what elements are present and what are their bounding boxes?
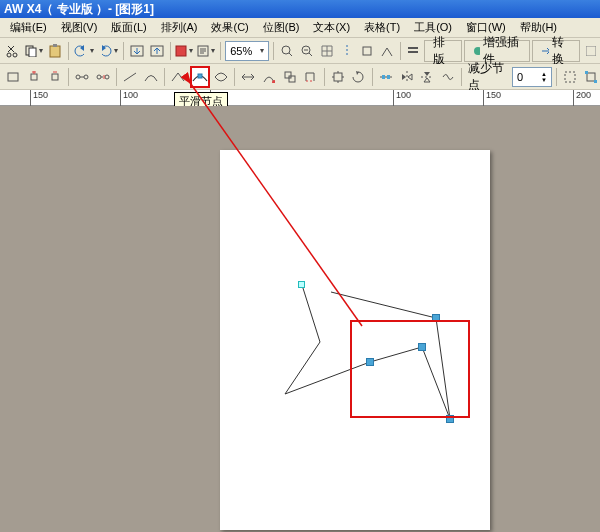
app-title: AW X4（ 专业版 ）- [图形1] [4,2,154,16]
svg-rect-37 [285,72,291,78]
snap-guide-icon[interactable] [338,40,356,62]
ruler-tick: 200 [573,90,591,106]
svg-rect-18 [408,51,418,53]
svg-point-36 [272,80,275,83]
break-nodes-icon[interactable] [93,66,112,88]
path-start-node[interactable] [298,281,305,288]
menu-layout[interactable]: 版面(L) [105,18,152,37]
svg-rect-9 [198,46,208,56]
titlebar: AW X4（ 专业版 ）- [图形1] [0,0,600,18]
dropdown-icon: ▾ [260,46,264,55]
ruler-tick: 100 [393,90,411,106]
layout-plugin-button[interactable]: 排版 [424,40,461,62]
export-icon[interactable] [148,40,166,62]
remove-node-icon[interactable] [45,66,64,88]
close-curve-icon[interactable] [301,66,320,88]
svg-line-11 [289,53,292,56]
svg-rect-48 [585,71,588,74]
svg-rect-49 [594,80,597,83]
zoom-level[interactable]: 65% ▾ [225,41,269,61]
menu-effects[interactable]: 效果(C) [205,18,254,37]
copy-icon[interactable] [24,40,44,62]
extract-subpath-icon[interactable] [280,66,299,88]
separator [116,68,117,86]
elastic-mode-icon[interactable] [439,66,458,88]
separator [234,68,235,86]
curve-segment-icon[interactable] [142,66,161,88]
close-extra-icon[interactable] [582,40,600,62]
import-icon[interactable] [128,40,146,62]
svg-rect-46 [565,72,575,82]
toolbar-property: 减少节点 0 ▲ ▼ [0,64,600,90]
svg-rect-8 [176,46,186,56]
zoom-in-icon[interactable] [278,40,296,62]
menu-arrange[interactable]: 排列(A) [155,18,204,37]
menu-text[interactable]: 文本(X) [307,18,356,37]
zoom-out-icon[interactable] [298,40,316,62]
welcome-icon[interactable] [196,40,216,62]
cut-icon[interactable] [4,40,22,62]
extend-curve-icon[interactable] [260,66,279,88]
spinner-down-icon[interactable]: ▼ [541,77,547,83]
reduce-nodes-spinner[interactable]: 0 ▲ ▼ [512,67,552,87]
undo-icon[interactable] [73,40,95,62]
symmetric-node-icon[interactable] [212,66,231,88]
svg-rect-42 [382,75,385,79]
line-segment-icon[interactable] [121,66,140,88]
select-all-nodes-icon[interactable] [561,66,580,88]
svg-rect-16 [363,47,371,55]
svg-rect-6 [131,46,143,56]
cusp-node-icon[interactable] [169,66,188,88]
options-icon[interactable] [404,40,422,62]
svg-rect-7 [151,46,163,56]
snap-object-icon[interactable] [358,40,376,62]
svg-point-10 [282,46,290,54]
reflect-h-icon[interactable] [397,66,416,88]
svg-point-1 [13,53,17,57]
reflect-v-icon[interactable] [418,66,437,88]
svg-point-12 [302,46,310,54]
ruler-horizontal: 150 100 50 100 150 200 [0,90,600,106]
reduce-nodes-value: 0 [517,71,523,83]
svg-rect-43 [387,75,390,79]
menu-bitmap[interactable]: 位图(B) [257,18,306,37]
rotate-nodes-icon[interactable] [349,66,368,88]
svg-line-13 [309,53,312,56]
convert-button[interactable]: 转换 [532,40,580,62]
launcher-icon[interactable] [174,40,194,62]
canvas-workspace[interactable] [0,106,600,532]
svg-point-31 [105,75,109,79]
svg-rect-40 [334,73,342,81]
svg-rect-21 [8,73,18,81]
svg-rect-4 [50,46,60,57]
redo-icon[interactable] [97,40,119,62]
ruler-tick: 100 [120,90,138,106]
svg-rect-5 [53,44,57,47]
stretch-nodes-icon[interactable] [328,66,347,88]
svg-rect-35 [198,74,202,78]
separator [170,42,171,60]
smooth-node-button[interactable] [190,66,210,88]
svg-rect-20 [586,46,596,56]
add-node-icon[interactable] [25,66,44,88]
separator [372,68,373,86]
shape-rect-icon[interactable] [4,66,23,88]
separator [273,42,274,60]
separator [461,68,462,86]
reverse-dir-icon[interactable] [239,66,258,88]
svg-point-28 [84,75,88,79]
paste-icon[interactable] [46,40,64,62]
align-nodes-icon[interactable] [377,66,396,88]
menu-table[interactable]: 表格(T) [358,18,406,37]
separator [68,68,69,86]
menu-edit[interactable]: 编辑(E) [4,18,53,37]
snap-dynamic-icon[interactable] [378,40,396,62]
bbox-icon[interactable] [581,66,600,88]
snap-grid-icon[interactable] [318,40,336,62]
separator [400,42,401,60]
join-nodes-icon[interactable] [73,66,92,88]
enhance-plugin-button[interactable]: 增强插件 [464,40,531,62]
svg-rect-25 [52,74,58,80]
reduce-nodes-label: 减少节点 [466,60,510,94]
menu-view[interactable]: 视图(V) [55,18,104,37]
